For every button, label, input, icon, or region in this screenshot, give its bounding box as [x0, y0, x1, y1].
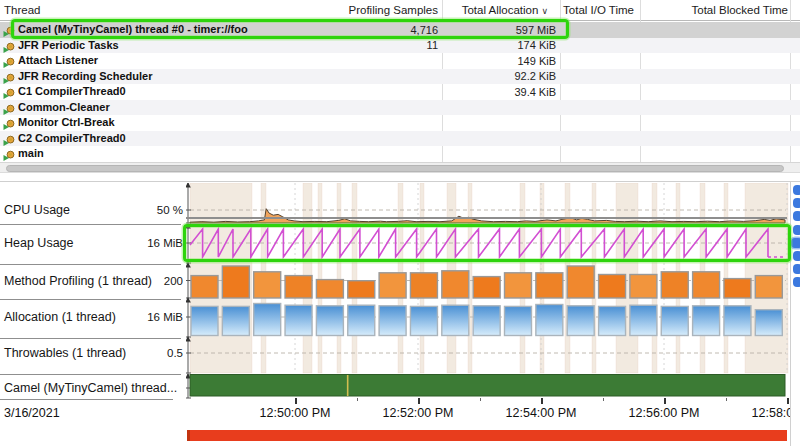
track-axis-tick-label: 16 MiB [147, 237, 183, 249]
method-profiling-bar [410, 273, 437, 298]
column-header-total-io-time[interactable]: Total I/O Time [520, 4, 634, 16]
table-row[interactable]: C2 CompilerThread0 [0, 131, 800, 147]
method-profiling-bar [191, 276, 218, 298]
method-profiling-bar [661, 272, 688, 298]
blue-pill-button[interactable] [793, 277, 800, 287]
method-profiling-bar [442, 271, 469, 298]
thread-icon [3, 86, 15, 98]
track-label-2[interactable]: Method Profiling (1 thread) [4, 274, 152, 288]
thread-icon [3, 148, 15, 160]
table-body: Camel (MyTinyCamel) thread #0 - timer://… [0, 22, 800, 162]
time-axis-line [186, 217, 787, 219]
time-tick [541, 398, 543, 404]
thread-name: JFR Recording Scheduler [18, 70, 152, 82]
cell-total-allocation: 149 KiB [430, 55, 556, 67]
time-tick-minor [726, 398, 728, 401]
recording-chunk-band [352, 183, 357, 373]
charts-canvas[interactable] [186, 183, 790, 400]
blue-pill-button[interactable] [793, 225, 800, 235]
track-divider [0, 299, 181, 300]
allocation-bar [285, 305, 312, 335]
track-divider [0, 264, 181, 265]
annotation-highlight-selected-thread [11, 19, 569, 39]
table-row[interactable]: Attach Listener149 KiB [0, 53, 800, 69]
blue-pill-button[interactable] [793, 198, 800, 208]
recording-chunk-band [337, 183, 341, 373]
recording-chunk-band [318, 183, 322, 373]
table-header-row: Thread Profiling Samples Total Allocatio… [0, 0, 800, 21]
allocation-bar [505, 306, 532, 335]
horizontal-scrollbar[interactable] [0, 162, 800, 173]
allocation-bar [222, 306, 249, 335]
method-profiling-bar [348, 281, 375, 298]
blue-pill-button[interactable] [791, 238, 800, 248]
time-label: 12:54:00 PM [506, 406, 577, 420]
table-row[interactable]: Monitor Ctrl-Break [0, 115, 800, 131]
thread-name: Monitor Ctrl-Break [18, 116, 115, 128]
track-label-5[interactable]: Camel (MyTinyCamel) thread... [4, 381, 177, 395]
time-tick [787, 398, 789, 404]
method-profiling-bar [536, 273, 563, 298]
allocation-bar [473, 306, 500, 336]
column-header-total-blocked-time[interactable]: Total Blocked Time [640, 4, 788, 16]
track-axis-tick-label: 50 % [157, 204, 183, 216]
table-row[interactable]: JFR Periodic Tasks11174 KiB [0, 38, 800, 54]
thread-icon [3, 117, 15, 129]
track-divider [0, 338, 181, 339]
timeline-charts[interactable] [186, 183, 790, 400]
blue-pill-button[interactable] [793, 251, 800, 261]
thread-icon [3, 133, 15, 145]
time-tick-minor [357, 398, 359, 401]
thread-name: Common-Cleaner [18, 101, 110, 113]
thread-name: C2 CompilerThread0 [18, 132, 126, 144]
thread-name: main [18, 147, 44, 159]
time-label: 12:52:00 PM [383, 406, 454, 420]
allocation-bar [755, 310, 782, 336]
allocation-bar [379, 306, 406, 336]
method-profiling-bar [724, 279, 751, 298]
method-profiling-bar [222, 266, 249, 298]
method-profiling-bar [755, 276, 782, 298]
method-profiling-bar [379, 273, 406, 298]
blue-pill-button[interactable] [793, 211, 800, 221]
allocation-bar [316, 306, 343, 336]
cell-profiling-samples: 11 [330, 39, 438, 51]
allocation-bar [599, 306, 626, 335]
cell-total-allocation: 92.2 KiB [430, 70, 556, 82]
time-tick [664, 398, 666, 404]
track-axis-tick-label: 200 [164, 275, 183, 287]
time-label: 12:58:00 PM [752, 406, 790, 420]
thread-icon [3, 55, 15, 67]
timeline-range-scrollbar[interactable] [187, 430, 787, 441]
allocation-bar [254, 304, 281, 336]
blue-pill-button[interactable] [793, 185, 800, 195]
track-label-3[interactable]: Allocation (1 thread) [4, 310, 116, 324]
table-row[interactable]: JFR Recording Scheduler92.2 KiB [0, 69, 800, 85]
column-header-profiling-samples[interactable]: Profiling Samples [330, 4, 438, 16]
track-label-0[interactable]: CPU Usage [4, 203, 70, 217]
method-profiling-bar [693, 272, 720, 298]
table-row[interactable]: Common-Cleaner [0, 100, 800, 116]
thread-name: Attach Listener [18, 54, 98, 66]
method-profiling-bar [473, 277, 500, 298]
method-profiling-bar [505, 273, 532, 298]
track-label-4[interactable]: Throwables (1 thread) [4, 346, 126, 360]
horizontal-scrollbar-thumb[interactable] [6, 165, 784, 172]
time-axis: 12:50:00 PM12:52:00 PM12:54:00 PM12:56:0… [0, 398, 790, 428]
allocation-bar [630, 305, 657, 335]
allocation-bar [567, 306, 594, 336]
thread-icon [3, 40, 15, 52]
column-header-thread[interactable]: Thread [4, 4, 40, 16]
track-divider [0, 374, 181, 375]
time-label: 12:56:00 PM [629, 406, 700, 420]
thread-icon [3, 71, 15, 83]
track-label-1[interactable]: Heap Usage [4, 236, 74, 250]
table-row[interactable]: main [0, 146, 800, 162]
track-divider [0, 224, 181, 225]
allocation-bar [410, 306, 437, 335]
method-profiling-bar [599, 275, 626, 299]
time-tick-minor [603, 398, 605, 401]
method-profiling-bar [254, 272, 281, 298]
table-row[interactable]: C1 CompilerThread039.4 KiB [0, 84, 800, 100]
blue-pill-button[interactable] [793, 264, 800, 274]
